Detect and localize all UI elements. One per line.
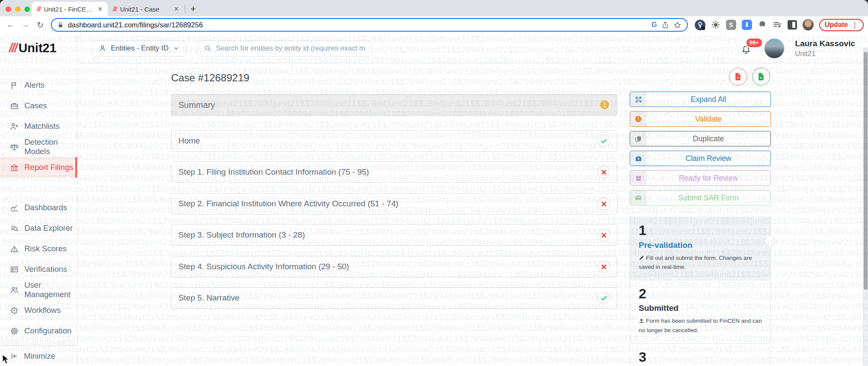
export-pdf-button[interactable]: A: [729, 68, 747, 86]
search-icon: [204, 44, 212, 52]
logo-text: Unit21: [18, 41, 56, 55]
step-number: 2: [639, 287, 762, 301]
zoom-window-button[interactable]: [24, 6, 30, 12]
reload-button[interactable]: ↻: [34, 20, 47, 30]
unit21-app: unit21$$2894|unit21$$2894|unit21$$2894|u…: [0, 33, 868, 366]
sidebar-item-verifications[interactable]: Verifications: [0, 259, 77, 280]
search-list-icon: [10, 224, 19, 233]
extensions-puzzle-icon[interactable]: [758, 20, 767, 30]
sidebar-item-user-management[interactable]: User Management: [0, 280, 77, 300]
traffic-lights[interactable]: [6, 6, 30, 12]
sidebar-item-dashboards[interactable]: Dashboards: [0, 197, 77, 218]
pencil-icon: [639, 255, 644, 261]
accordion-label: Home: [178, 136, 597, 146]
new-tab-button[interactable]: +: [190, 4, 196, 14]
validate-button[interactable]: Validate: [630, 111, 771, 127]
error-x-icon: [597, 166, 610, 179]
tab-separator: [185, 5, 185, 13]
ready-for-review-button[interactable]: Ready for Review: [630, 170, 771, 186]
accordion-home[interactable]: Home: [171, 130, 617, 152]
user-avatar[interactable]: [764, 39, 784, 58]
button-label: Claim Review: [646, 151, 770, 166]
sidebar-item-label: Cases: [24, 101, 47, 110]
back-button[interactable]: ←: [4, 20, 17, 30]
accordion-step4[interactable]: Step 4. Suspicious Activity Information …: [171, 256, 617, 277]
download-icon[interactable]: ⬇: [742, 20, 752, 30]
accordion-step1[interactable]: Step 1. Filing Institution Contact Infor…: [171, 161, 617, 183]
export-excel-button[interactable]: x: [752, 68, 770, 86]
notifications[interactable]: 99+: [741, 41, 753, 56]
google-icon[interactable]: G: [652, 21, 657, 29]
sidebar-item-label: Report Filings: [24, 163, 73, 172]
accordion-step3[interactable]: Step 3. Subject Information (3 - 28): [171, 224, 617, 246]
accordion-label: Step 5. Narrative: [178, 293, 597, 303]
search-input[interactable]: [216, 44, 365, 52]
submit-sar-form-button[interactable]: Submit SAR Form: [630, 190, 771, 205]
unit21-favicon: ///: [37, 6, 41, 12]
sidebar-item-label: Verifications: [24, 265, 67, 274]
person-icon: [98, 44, 107, 52]
bookmark-star-icon[interactable]: [673, 21, 681, 29]
forward-button[interactable]: →: [19, 20, 32, 30]
tab-strip: /// Unit21 - FinCEN SAR ✕ /// Unit21 - C…: [0, 0, 868, 16]
sidebar-item-data-explorer[interactable]: Data Explorer: [0, 218, 77, 238]
briefcase-lock-icon: [630, 151, 646, 166]
share-icon[interactable]: [661, 21, 669, 29]
sidebar-item-label: Detection Models: [24, 137, 77, 156]
sidebar-item-label: Data Explorer: [24, 223, 73, 233]
sidebar-item-risk-scores[interactable]: Risk Scores: [0, 238, 77, 259]
expand-all-button[interactable]: Expand All: [630, 92, 771, 107]
sidebar-minimize[interactable]: Minimize: [0, 345, 77, 366]
warning-triangle-icon: [10, 244, 19, 253]
entity-type-dropdown[interactable]: Entities - Entity ID: [92, 40, 186, 57]
envelope-icon: [630, 190, 646, 205]
accordion-step5[interactable]: Step 5. Narrative: [171, 287, 617, 309]
close-tab-icon[interactable]: ✕: [174, 6, 179, 12]
accordion-label: Step 3. Subject Information (3 - 28): [178, 230, 597, 240]
user-info[interactable]: Laura Kassovic Unit21: [795, 39, 855, 58]
sidebar-item-label: Workflows: [24, 306, 61, 315]
extension-s-icon[interactable]: S: [726, 20, 736, 30]
gear-icon: [10, 327, 19, 336]
claim-review-button[interactable]: Claim Review: [630, 151, 771, 166]
duplicate-button[interactable]: Duplicate: [630, 131, 771, 146]
tabs: /// Unit21 - FinCEN SAR ✕ /// Unit21 - C…: [32, 0, 196, 16]
button-label: Ready for Review: [646, 171, 770, 185]
summary-accordion[interactable]: Summary: [171, 94, 617, 116]
svg-text:A: A: [737, 76, 739, 79]
accordion-step2[interactable]: Step 2. Financial Institution Where Acti…: [171, 193, 617, 214]
browser-profile-avatar[interactable]: [803, 19, 814, 30]
close-window-button[interactable]: [6, 6, 11, 12]
tab-case[interactable]: /// Unit21 - Case ✕: [108, 2, 184, 16]
scrollbar-track[interactable]: [863, 48, 868, 366]
button-label: Expand All: [646, 92, 770, 107]
sidebar-item-configuration[interactable]: Configuration: [0, 321, 77, 341]
password-manager-icon[interactable]: [695, 20, 705, 30]
tab-fincen-sar[interactable]: /// Unit21 - FinCEN SAR ✕: [32, 2, 108, 16]
button-label: Validate: [646, 112, 770, 126]
minimize-window-button[interactable]: [15, 6, 21, 12]
url-bar[interactable]: dashboard.unit21.com/filings/sar/1268925…: [51, 18, 688, 32]
chevron-down-icon: [173, 45, 180, 52]
step-number: 1: [639, 223, 762, 238]
sidebar-item-cases[interactable]: Cases: [0, 95, 77, 116]
reader-mode-icon[interactable]: [788, 20, 797, 30]
accordion-label: Step 4. Suspicious Activity Information …: [178, 262, 597, 271]
entity-search[interactable]: [197, 40, 372, 57]
sidebar-item-workflows[interactable]: Workflows: [0, 300, 77, 321]
sidebar-item-alerts[interactable]: Alerts: [0, 75, 77, 95]
upload-icon: [639, 318, 644, 324]
browser-menu-icon[interactable]: ⋮: [851, 21, 858, 29]
sidebar-item-label: Matchlists: [24, 122, 59, 131]
close-tab-icon[interactable]: ✕: [98, 6, 103, 12]
scrollbar-thumb[interactable]: [864, 52, 868, 290]
sidebar-item-report-filings[interactable]: Report Filings: [0, 157, 77, 178]
sidebar-item-detection-models[interactable]: Detection Models: [0, 137, 77, 157]
lock-icon: [57, 22, 64, 28]
settings-sun-icon[interactable]: [711, 20, 720, 30]
update-button[interactable]: Update ⋮: [819, 19, 864, 31]
person-x-icon: [10, 122, 19, 131]
sidebar-item-matchlists[interactable]: Matchlists: [0, 116, 77, 137]
playlist-icon[interactable]: [773, 20, 782, 30]
pdf-file-icon: A: [734, 72, 742, 81]
